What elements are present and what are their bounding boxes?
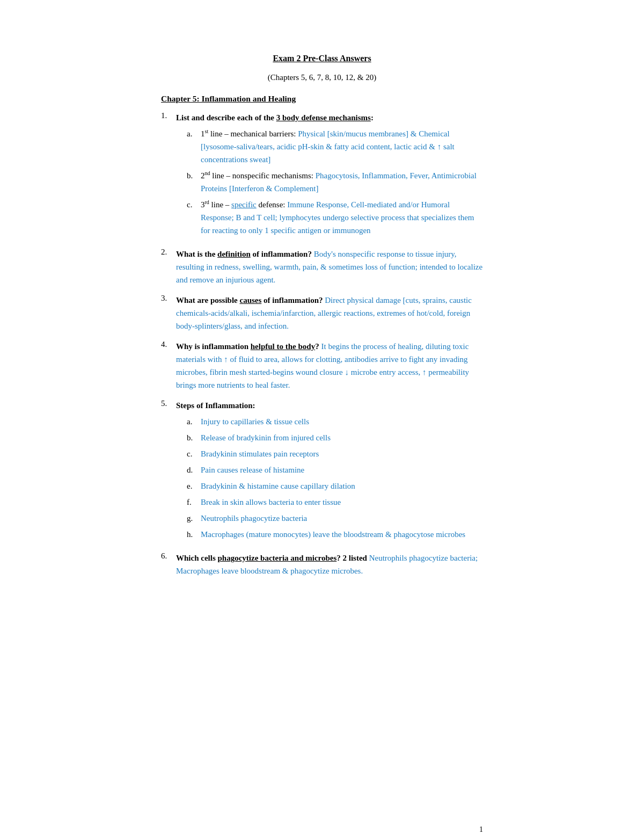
q1-label: List and describe each of the 3 body def… [176,113,374,122]
page-container: Exam 2 Pre-Class Answers (Chapters 5, 6,… [118,21,526,834]
page-number: 1 [479,825,483,834]
q1-a-content: 1st line – mechanical barriers: Physical… [201,127,483,166]
q5-c-text: Bradykinin stimulates pain receptors [201,447,483,460]
q5-e-letter: e. [187,480,196,492]
q1-a-letter: a. [187,127,196,166]
q5-d-letter: d. [187,463,196,476]
q1-sublist: a. 1st line – mechanical barriers: Physi… [187,127,483,237]
q6-label: Which cells phagocytize bacteria and mic… [176,554,369,562]
q5-g-letter: g. [187,512,196,525]
q2-label: What is the definition of inflammation? [176,250,314,258]
q5-sublist: a. Injury to capillaries & tissue cells … [187,415,483,541]
q5-sub-b: b. Release of bradykinin from injured ce… [187,431,483,444]
subtitle: (Chapters 5, 6, 7, 8, 10, 12, & 20) [161,73,483,82]
q1-content: List and describe each of the 3 body def… [176,111,483,240]
q1-c-prefix: 3rd line – specific defense: [201,200,287,209]
q5-content: Steps of Inflammation: a. Injury to capi… [176,399,483,544]
q5-b-text: Release of bradykinin from injured cells [201,431,483,444]
q6-content: Which cells phagocytize bacteria and mic… [176,552,483,577]
question-5: 5. Steps of Inflammation: a. Injury to c… [161,399,483,544]
q5-sub-c: c. Bradykinin stimulates pain receptors [187,447,483,460]
q1-c-content: 3rd line – specific defense: Immune Resp… [201,198,483,237]
q4-content: Why is inflammation helpful to the body?… [176,340,483,391]
q5-h-text: Macrophages (mature monocytes) leave the… [201,528,483,541]
q1-sub-b: b. 2nd line – nonspecific mechanisms: Ph… [187,169,483,195]
q1-b-prefix: 2nd line – nonspecific mechanisms: [201,171,316,180]
q5-a-letter: a. [187,415,196,428]
q5-c-letter: c. [187,447,196,460]
q5-sub-a: a. Injury to capillaries & tissue cells [187,415,483,428]
question-3: 3. What are possible causes of inflammat… [161,294,483,332]
q2-content: What is the definition of inflammation? … [176,248,483,286]
q1-b-letter: b. [187,169,196,195]
q5-b-letter: b. [187,431,196,444]
q5-sub-f: f. Break in skin allows bacteria to ente… [187,496,483,509]
page-title: Exam 2 Pre-Class Answers [161,54,483,63]
q5-sub-d: d. Pain causes release of histamine [187,463,483,476]
q2-number: 2. [161,248,172,286]
q1-a-prefix-label: 1st line – mechanical barriers: [201,129,298,138]
q5-number: 5. [161,399,172,544]
question-6: 6. Which cells phagocytize bacteria and … [161,552,483,577]
q5-label: Steps of Inflammation: [176,401,255,410]
q5-h-letter: h. [187,528,196,541]
question-list: 1. List and describe each of the 3 body … [161,111,483,577]
q4-number: 4. [161,340,172,391]
q3-content: What are possible causes of inflammation… [176,294,483,332]
q1-number: 1. [161,111,172,240]
q5-d-text: Pain causes release of histamine [201,463,483,476]
q5-sub-e: e. Bradykinin & histamine cause capillar… [187,480,483,492]
q5-a-text: Injury to capillaries & tissue cells [201,415,483,428]
q3-label: What are possible causes of inflammation… [176,296,325,304]
q3-number: 3. [161,294,172,332]
question-2: 2. What is the definition of inflammatio… [161,248,483,286]
q1-b-content: 2nd line – nonspecific mechanisms: Phago… [201,169,483,195]
q5-g-text: Neutrophils phagocytize bacteria [201,512,483,525]
question-1: 1. List and describe each of the 3 body … [161,111,483,240]
q5-f-text: Break in skin allows bacteria to enter t… [201,496,483,509]
q5-sub-g: g. Neutrophils phagocytize bacteria [187,512,483,525]
chapter-heading: Chapter 5: Inflammation and Healing [161,94,483,104]
q1-c-letter: c. [187,198,196,237]
q5-sub-h: h. Macrophages (mature monocytes) leave … [187,528,483,541]
q1-c-specific: specific [231,200,257,209]
q4-label: Why is inflammation helpful to the body? [176,342,321,351]
q5-f-letter: f. [187,496,196,509]
question-4: 4. Why is inflammation helpful to the bo… [161,340,483,391]
q1-sub-a: a. 1st line – mechanical barriers: Physi… [187,127,483,166]
q5-e-text: Bradykinin & histamine cause capillary d… [201,480,483,492]
q6-number: 6. [161,552,172,577]
q1-sub-c: c. 3rd line – specific defense: Immune R… [187,198,483,237]
